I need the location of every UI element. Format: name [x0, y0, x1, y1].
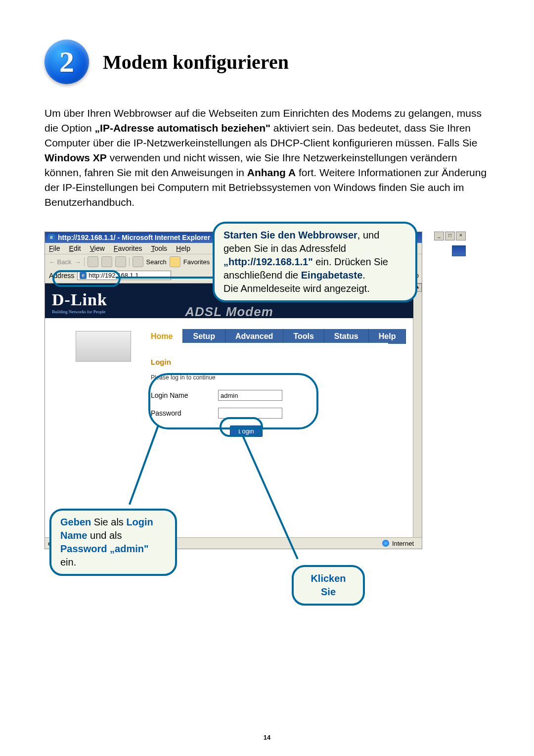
browser-title: http://192.168.1.1/ - Microsoft Internet… — [58, 234, 210, 241]
minimize-icon: _ — [434, 232, 444, 240]
modem-title: ADSL Modem — [45, 304, 413, 320]
callout-click: Klicken Sie — [292, 565, 365, 606]
login-subtext: Please log in to continue — [151, 374, 378, 381]
login-form: Login Please log in to continue Login Na… — [141, 343, 388, 452]
stop-icon[interactable] — [88, 256, 98, 267]
back-button[interactable]: ← Back — [49, 258, 72, 266]
login-name-label: Login Name — [151, 391, 205, 399]
address-input[interactable]: e http://192.168.1.1 — [77, 271, 171, 280]
close-icon: × — [456, 232, 466, 240]
step-number-badge: 2 — [44, 40, 89, 84]
maximize-icon: □ — [445, 232, 455, 240]
menu-tools[interactable]: Tools — [151, 244, 167, 252]
page-number: 14 — [0, 734, 534, 741]
menu-file[interactable]: File — [49, 244, 60, 252]
ie-icon: e — [48, 234, 55, 241]
password-label: Password — [151, 409, 205, 417]
screenshot-area: Starten Sie den Webbrowser, und geben Si… — [44, 222, 465, 543]
menu-view[interactable]: View — [90, 244, 105, 252]
page-title: Modem konfigurieren — [103, 50, 289, 74]
menu-favorites[interactable]: Favorites — [114, 244, 142, 252]
login-button[interactable]: Login — [230, 425, 263, 437]
password-input[interactable] — [218, 408, 282, 419]
globe-icon — [382, 540, 389, 547]
favorites-icon[interactable] — [170, 256, 180, 267]
product-image — [76, 331, 131, 362]
login-heading: Login — [151, 358, 378, 366]
callout-start-browser: Starten Sie den Webbrowser, und geben Si… — [213, 222, 417, 302]
refresh-icon[interactable] — [101, 256, 112, 267]
tab-status[interactable]: Status — [324, 329, 369, 344]
menu-help[interactable]: Help — [176, 244, 190, 252]
menu-edit[interactable]: Edit — [69, 244, 81, 252]
connector-1 — [116, 277, 214, 279]
search-icon[interactable] — [133, 256, 143, 267]
status-zone-text: Internet — [392, 540, 414, 547]
intro-paragraph: Um über Ihren Webbrowser auf die Webseit… — [44, 106, 490, 210]
tab-strip: Home Setup Advanced Tools Status Help — [141, 329, 406, 344]
status-zone: Internet — [382, 540, 414, 547]
favorites-label[interactable]: Favorites — [183, 258, 210, 266]
forward-button[interactable]: → — [75, 258, 81, 266]
address-label: Address — [49, 272, 74, 280]
tab-advanced[interactable]: Advanced — [225, 329, 283, 344]
step-number: 2 — [59, 45, 74, 79]
tab-tools[interactable]: Tools — [283, 329, 324, 344]
tab-help[interactable]: Help — [369, 329, 406, 344]
page-icon: e — [80, 272, 87, 279]
window-controls-icon: _ □ × — [434, 232, 466, 240]
home-icon[interactable] — [115, 256, 126, 267]
tab-setup[interactable]: Setup — [183, 329, 225, 344]
tab-home[interactable]: Home — [141, 329, 183, 344]
callout-credentials: Geben Sie als Login Name und als Passwor… — [49, 509, 177, 576]
throbber-icon — [452, 245, 466, 256]
login-name-input[interactable] — [218, 390, 282, 401]
tab-content: Login Please log in to continue Login Na… — [141, 343, 388, 531]
scrollbar[interactable]: ▲ ▼ — [413, 284, 422, 549]
search-label[interactable]: Search — [146, 258, 167, 266]
